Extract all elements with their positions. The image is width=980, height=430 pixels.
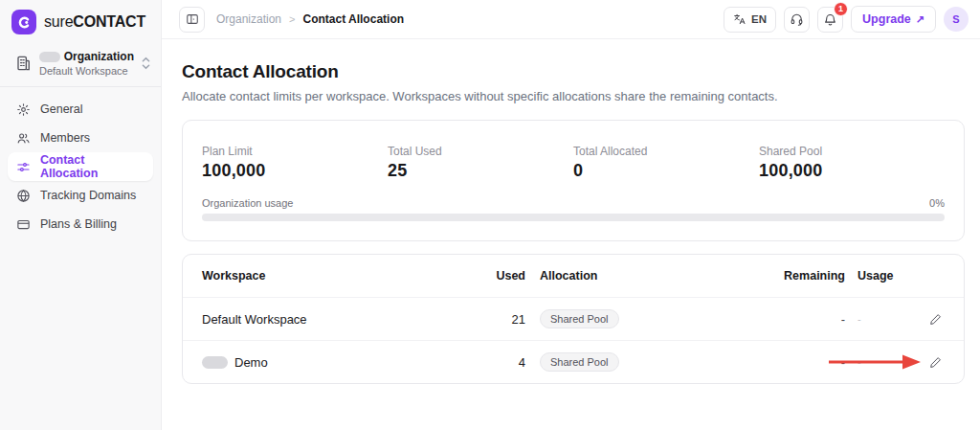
sidebar: sureCONTACT Organization Default Workspa… bbox=[0, 0, 162, 430]
sidebar-item-general[interactable]: General bbox=[8, 95, 153, 124]
sidebar-item-label: Contact Allocation bbox=[40, 153, 145, 180]
sliders-icon bbox=[16, 160, 31, 174]
brand-name-bold: CONTACT bbox=[73, 13, 145, 30]
header-used: Used bbox=[466, 269, 525, 283]
sidebar-item-plans-billing[interactable]: Plans & Billing bbox=[8, 210, 153, 238]
table-row: Demo 4 Shared Pool - - bbox=[183, 340, 964, 383]
workspace-name: Default Workspace bbox=[39, 65, 134, 77]
organization-usage-row: Organization usage 0% bbox=[202, 197, 945, 209]
stat-value: 25 bbox=[388, 161, 573, 181]
brand-name: sureCONTACT bbox=[44, 13, 145, 31]
table-row: Default Workspace 21 Shared Pool - - bbox=[183, 297, 964, 340]
sidebar-item-label: Members bbox=[40, 131, 90, 145]
user-avatar[interactable]: S bbox=[944, 7, 969, 32]
sidebar-item-contact-allocation[interactable]: Contact Allocation bbox=[8, 152, 153, 181]
stat-value: 0 bbox=[573, 161, 759, 181]
stat-label: Total Allocated bbox=[573, 145, 759, 158]
upgrade-button[interactable]: Upgrade ↗ bbox=[851, 6, 936, 33]
sidebar-toggle-button[interactable] bbox=[179, 7, 205, 33]
surecontact-logo-icon bbox=[11, 10, 36, 34]
workspace-name-cell: Default Workspace bbox=[202, 312, 307, 327]
gear-icon bbox=[16, 102, 31, 117]
stat-label: Plan Limit bbox=[202, 145, 388, 158]
sidebar-divider bbox=[0, 86, 161, 87]
page-title: Contact Allocation bbox=[182, 61, 965, 82]
breadcrumb-organization[interactable]: Organization bbox=[216, 12, 281, 26]
organization-building-icon bbox=[13, 54, 33, 73]
breadcrumb-separator: > bbox=[289, 13, 295, 25]
translate-icon bbox=[733, 12, 746, 26]
stat-total-allocated: Total Allocated 0 bbox=[573, 145, 759, 181]
brand-logo[interactable]: sureCONTACT bbox=[0, 0, 161, 42]
remaining-cell: - bbox=[759, 355, 845, 370]
pencil-icon bbox=[928, 312, 943, 327]
allocation-badge: Shared Pool bbox=[540, 352, 619, 372]
edit-allocation-button[interactable] bbox=[926, 310, 945, 328]
chevron-updown-icon bbox=[141, 56, 151, 71]
content: Contact Allocation Allocate contact limi… bbox=[162, 39, 980, 384]
page-subtitle: Allocate contact limits per workspace. W… bbox=[182, 89, 965, 103]
stat-total-used: Total Used 25 bbox=[388, 145, 573, 181]
organization-switcher[interactable]: Organization Default Workspace bbox=[0, 42, 161, 86]
header-workspace: Workspace bbox=[202, 269, 466, 283]
sidebar-item-label: Tracking Domains bbox=[40, 189, 136, 202]
sidebar-item-members[interactable]: Members bbox=[8, 124, 153, 152]
members-icon bbox=[16, 131, 31, 146]
stats-grid: Plan Limit 100,000 Total Used 25 Total A… bbox=[202, 145, 945, 181]
stat-shared-pool: Shared Pool 100,000 bbox=[759, 145, 945, 181]
notification-count-badge: 1 bbox=[834, 2, 848, 16]
header-allocation: Allocation bbox=[525, 269, 759, 283]
remaining-cell: - bbox=[759, 312, 845, 327]
usage-summary-card: Plan Limit 100,000 Total Used 25 Total A… bbox=[182, 120, 965, 241]
header-remaining: Remaining bbox=[759, 269, 845, 283]
allocation-badge: Shared Pool bbox=[540, 309, 619, 328]
upgrade-label: Upgrade bbox=[862, 12, 911, 26]
stat-label: Total Used bbox=[388, 145, 573, 158]
panel-toggle-icon bbox=[186, 12, 199, 26]
stat-label: Shared Pool bbox=[759, 145, 945, 158]
usage-progress-bar bbox=[202, 214, 945, 221]
usage-cell: - bbox=[845, 313, 901, 325]
pencil-icon bbox=[928, 355, 943, 370]
topbar-actions: EN 1 Upgrade ↗ S bbox=[724, 6, 969, 33]
brand-name-regular: sure bbox=[44, 13, 73, 30]
usage-cell: - bbox=[845, 356, 901, 368]
workspace-name-redacted bbox=[202, 356, 228, 369]
usage-percent: 0% bbox=[929, 197, 945, 209]
headset-icon bbox=[790, 12, 804, 27]
topbar: Organization > Contact Allocation EN bbox=[162, 0, 980, 39]
notifications-button[interactable]: 1 bbox=[817, 7, 843, 33]
used-cell: 4 bbox=[466, 355, 525, 370]
table-header-row: Workspace Used Allocation Remaining Usag… bbox=[183, 255, 964, 297]
sidebar-item-label: General bbox=[40, 102, 82, 116]
organization-info: Organization Default Workspace bbox=[39, 50, 134, 77]
sidebar-menu: General Members Contact Allocation Tra bbox=[0, 93, 161, 240]
usage-label: Organization usage bbox=[202, 197, 293, 209]
used-cell: 21 bbox=[466, 312, 525, 327]
sidebar-item-label: Plans & Billing bbox=[40, 217, 117, 231]
workspace-allocation-table: Workspace Used Allocation Remaining Usag… bbox=[182, 254, 965, 384]
main-area: Organization > Contact Allocation EN bbox=[162, 0, 980, 430]
header-usage: Usage bbox=[845, 269, 901, 283]
external-arrow-icon: ↗ bbox=[916, 13, 924, 26]
edit-allocation-button[interactable] bbox=[926, 353, 945, 372]
stat-plan-limit: Plan Limit 100,000 bbox=[202, 145, 388, 181]
workspace-name-cell: Demo bbox=[234, 355, 268, 370]
stat-value: 100,000 bbox=[202, 161, 388, 181]
sidebar-item-tracking-domains[interactable]: Tracking Domains bbox=[8, 181, 153, 210]
organization-name-redacted bbox=[39, 52, 60, 62]
credit-card-icon bbox=[16, 217, 31, 232]
globe-icon bbox=[16, 189, 31, 203]
breadcrumb: Organization > Contact Allocation bbox=[216, 12, 404, 26]
breadcrumb-contact-allocation: Contact Allocation bbox=[302, 12, 404, 26]
organization-name: Organization bbox=[64, 50, 134, 63]
stat-value: 100,000 bbox=[759, 161, 945, 181]
language-button[interactable]: EN bbox=[724, 7, 776, 33]
support-button[interactable] bbox=[784, 7, 810, 33]
language-label: EN bbox=[751, 13, 767, 25]
